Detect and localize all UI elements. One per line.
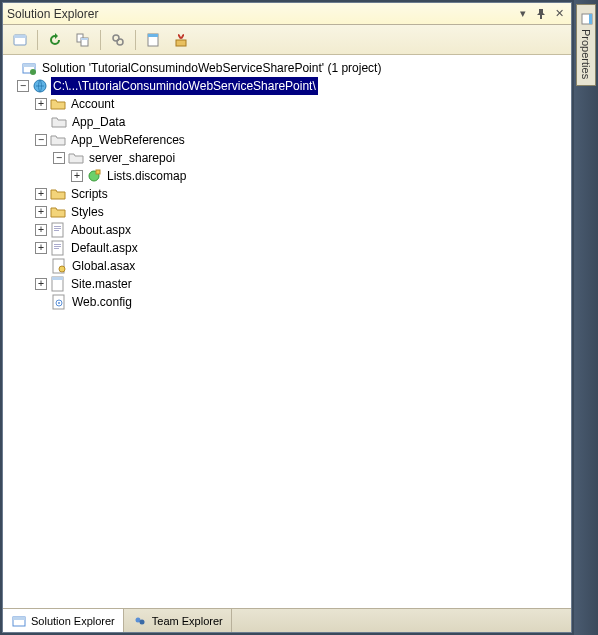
svg-point-12 bbox=[30, 69, 36, 75]
pin-button[interactable] bbox=[533, 6, 549, 22]
toolbar-showall-button[interactable] bbox=[105, 28, 131, 52]
refresh-icon bbox=[47, 32, 63, 48]
expand-icon[interactable]: + bbox=[35, 278, 47, 290]
node-label: Global.asax bbox=[70, 257, 137, 275]
svg-rect-4 bbox=[81, 38, 88, 40]
expand-icon[interactable]: + bbox=[71, 170, 83, 182]
project-node[interactable]: − C:\...\TutorialConsumindoWebServiceSha… bbox=[5, 77, 569, 95]
tree-item-default[interactable]: + Default.aspx bbox=[5, 239, 569, 257]
solution-explorer-panel: Solution Explorer ▾ ✕ bbox=[2, 2, 572, 633]
node-label: Site.master bbox=[69, 275, 134, 293]
window-title: Solution Explorer bbox=[7, 7, 515, 21]
toolbar bbox=[3, 25, 571, 55]
title-bar: Solution Explorer ▾ ✕ bbox=[3, 3, 571, 25]
svg-rect-33 bbox=[13, 617, 25, 620]
tree-view[interactable]: Solution 'TutorialConsumindoWebServiceSh… bbox=[3, 55, 571, 608]
tree-item-styles[interactable]: + Styles bbox=[5, 203, 569, 221]
toolbar-separator bbox=[135, 30, 136, 50]
node-label: Lists.discomap bbox=[105, 167, 188, 185]
expand-icon[interactable]: + bbox=[35, 188, 47, 200]
svg-rect-16 bbox=[96, 170, 100, 174]
properties-tab[interactable]: Properties bbox=[576, 4, 596, 86]
tree-item-discomap[interactable]: + Lists.discomap bbox=[5, 167, 569, 185]
aspx-icon bbox=[50, 222, 66, 238]
toolbar-properties-button[interactable] bbox=[140, 28, 166, 52]
node-label: server_sharepoi bbox=[87, 149, 177, 167]
project-icon bbox=[32, 78, 48, 94]
folder-icon bbox=[50, 132, 66, 148]
asax-icon bbox=[51, 258, 67, 274]
discomap-icon bbox=[86, 168, 102, 184]
tab-team-explorer[interactable]: Team Explorer bbox=[124, 609, 232, 632]
node-label: Web.config bbox=[70, 293, 134, 311]
properties-icon bbox=[145, 32, 161, 48]
master-icon bbox=[50, 276, 66, 292]
nest-icon bbox=[75, 32, 91, 48]
window-buttons: ▾ ✕ bbox=[515, 6, 567, 22]
solution-node[interactable]: Solution 'TutorialConsumindoWebServiceSh… bbox=[5, 59, 569, 77]
expand-icon[interactable]: + bbox=[35, 224, 47, 236]
svg-rect-23 bbox=[54, 246, 61, 247]
folder-icon bbox=[50, 96, 66, 112]
svg-rect-18 bbox=[54, 226, 61, 227]
folder-icon bbox=[51, 114, 67, 130]
toolbar-refresh-button[interactable] bbox=[42, 28, 68, 52]
solution-icon bbox=[21, 60, 37, 76]
toolbar-separator bbox=[100, 30, 101, 50]
collapse-icon[interactable]: − bbox=[53, 152, 65, 164]
svg-point-26 bbox=[59, 266, 65, 272]
tab-solution-explorer[interactable]: Solution Explorer bbox=[3, 609, 124, 632]
node-label: Scripts bbox=[69, 185, 110, 203]
team-explorer-icon bbox=[132, 613, 148, 629]
expand-icon[interactable]: + bbox=[35, 98, 47, 110]
svg-point-6 bbox=[117, 39, 123, 45]
tree-item-about[interactable]: + About.aspx bbox=[5, 221, 569, 239]
toolbar-code-button[interactable] bbox=[168, 28, 194, 52]
dropdown-button[interactable]: ▾ bbox=[515, 6, 531, 22]
solution-explorer-icon bbox=[11, 613, 27, 629]
properties-icon bbox=[579, 11, 593, 25]
toolbar-home-button[interactable] bbox=[7, 28, 33, 52]
folder-icon bbox=[68, 150, 84, 166]
collapse-icon[interactable]: − bbox=[35, 134, 47, 146]
svg-rect-11 bbox=[23, 64, 35, 67]
collapse-icon[interactable]: − bbox=[17, 80, 29, 92]
expand-icon[interactable]: + bbox=[35, 206, 47, 218]
node-label: Account bbox=[69, 95, 116, 113]
toolbar-nest-button[interactable] bbox=[70, 28, 96, 52]
solution-label: Solution 'TutorialConsumindoWebServiceSh… bbox=[40, 59, 383, 77]
svg-rect-20 bbox=[54, 230, 59, 231]
node-label: App_WebReferences bbox=[69, 131, 187, 149]
home-icon bbox=[12, 32, 28, 48]
tree-item-sitemaster[interactable]: + Site.master bbox=[5, 275, 569, 293]
folder-icon bbox=[50, 204, 66, 220]
svg-rect-19 bbox=[54, 228, 61, 229]
tab-label: Solution Explorer bbox=[31, 615, 115, 627]
node-label: App_Data bbox=[70, 113, 127, 131]
config-icon bbox=[51, 294, 67, 310]
aspx-icon bbox=[50, 240, 66, 256]
tree-item-global[interactable]: Global.asax bbox=[5, 257, 569, 275]
svg-rect-8 bbox=[148, 34, 158, 37]
node-label: Styles bbox=[69, 203, 106, 221]
folder-icon bbox=[50, 186, 66, 202]
pin-icon bbox=[536, 9, 546, 19]
node-label: Default.aspx bbox=[69, 239, 140, 257]
tree-item-server[interactable]: − server_sharepoi bbox=[5, 149, 569, 167]
expand-icon[interactable]: + bbox=[35, 242, 47, 254]
svg-rect-1 bbox=[14, 35, 26, 38]
tree-item-scripts[interactable]: + Scripts bbox=[5, 185, 569, 203]
svg-rect-22 bbox=[54, 244, 61, 245]
svg-point-31 bbox=[58, 302, 60, 304]
toolbar-separator bbox=[37, 30, 38, 50]
svg-rect-37 bbox=[589, 14, 592, 24]
tree-item-appdata[interactable]: App_Data bbox=[5, 113, 569, 131]
svg-rect-9 bbox=[176, 40, 186, 46]
tree-item-webconfig[interactable]: Web.config bbox=[5, 293, 569, 311]
tree-item-webrefs[interactable]: − App_WebReferences bbox=[5, 131, 569, 149]
project-label: C:\...\TutorialConsumindoWebServiceShare… bbox=[51, 77, 318, 95]
close-button[interactable]: ✕ bbox=[551, 6, 567, 22]
tab-label: Team Explorer bbox=[152, 615, 223, 627]
svg-point-35 bbox=[139, 619, 144, 624]
tree-item-account[interactable]: + Account bbox=[5, 95, 569, 113]
